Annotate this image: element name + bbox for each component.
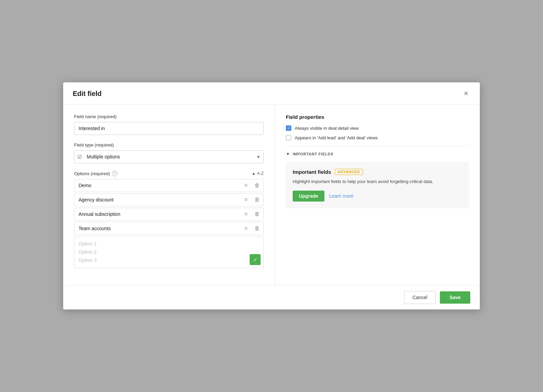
checkbox2-label: Appears in 'Add lead' and 'Add deal' vie…	[295, 135, 378, 140]
confirm-add-button[interactable]: ✓	[250, 254, 261, 265]
field-type-select[interactable]: Multiple options	[74, 150, 264, 163]
checkbox-row-1[interactable]: ✓ Always visible in deal detail view	[286, 125, 469, 131]
checkbox-add-lead[interactable]	[286, 135, 291, 140]
option-row-1: ≡ 🗑	[74, 179, 264, 192]
field-type-group: Field type (required) ☑ Multiple options…	[74, 142, 264, 163]
modal-footer: Cancel Save	[63, 285, 480, 310]
close-button[interactable]: ×	[462, 89, 470, 98]
field-type-select-wrapper: ☑ Multiple options ▾	[74, 150, 264, 163]
add-option-placeholder: Option 1 Option 2 Option 3	[79, 240, 259, 264]
sort-up-icon: ▲	[252, 171, 256, 176]
checkbox-always-visible[interactable]: ✓	[286, 125, 291, 131]
right-panel: Field properties ✓ Always visible in dea…	[275, 104, 480, 285]
important-fields-description: Highlight important fields to help your …	[293, 178, 462, 185]
edit-field-modal: Edit field × Field name (required) Field…	[63, 82, 480, 309]
sort-label: A-Z	[257, 171, 264, 176]
drag-handle-icon-2[interactable]: ≡	[241, 197, 251, 203]
checkbox-icon: ☑	[78, 154, 82, 159]
advanced-badge: ADVANCED	[335, 169, 363, 175]
learn-more-button[interactable]: Learn more	[329, 193, 354, 199]
modal-header: Edit field ×	[63, 82, 480, 104]
field-name-label: Field name (required)	[74, 114, 264, 119]
upgrade-button[interactable]: Upgrade	[293, 191, 324, 201]
placeholder-line-3: Option 3	[79, 256, 259, 265]
important-fields-section-title: IMPORTANT FIELDS	[293, 152, 334, 156]
options-label-row: Options (required) ?	[74, 171, 117, 176]
important-fields-header[interactable]: ▼ IMPORTANT FIELDS	[286, 152, 469, 156]
options-label-text: Options (required)	[74, 171, 110, 176]
option-row-2: ≡ 🗑	[74, 193, 264, 206]
options-group: Options (required) ? ▲ A-Z ≡ 🗑	[74, 171, 264, 268]
if-actions: Upgrade Learn more	[293, 191, 462, 201]
option-input-1[interactable]	[74, 179, 241, 192]
drag-handle-icon-3[interactable]: ≡	[241, 211, 251, 217]
sort-az-button[interactable]: ▲ A-Z	[252, 171, 264, 176]
option-row-4: ≡ 🗑	[74, 222, 264, 235]
field-type-label: Field type (required)	[74, 142, 264, 148]
option-row-3: ≡ 🗑	[74, 208, 264, 221]
checkbox1-label: Always visible in deal detail view	[295, 126, 359, 131]
option-input-2[interactable]	[74, 194, 241, 206]
if-header: Important fields ADVANCED	[293, 169, 462, 175]
modal-title: Edit field	[73, 90, 101, 98]
left-panel: Field name (required) Field type (requir…	[63, 104, 275, 285]
field-name-group: Field name (required)	[74, 114, 264, 135]
checkmark-icon: ✓	[287, 126, 290, 130]
delete-option-2-button[interactable]: 🗑	[251, 194, 263, 206]
checkbox-row-2[interactable]: Appears in 'Add lead' and 'Add deal' vie…	[286, 135, 469, 140]
save-button[interactable]: Save	[440, 292, 470, 304]
collapse-arrow-icon: ▼	[286, 152, 290, 156]
cancel-button[interactable]: Cancel	[404, 291, 436, 304]
delete-option-3-button[interactable]: 🗑	[251, 208, 263, 220]
modal-body: Field name (required) Field type (requir…	[63, 104, 480, 285]
help-icon[interactable]: ?	[112, 171, 117, 176]
option-input-4[interactable]	[74, 222, 241, 235]
add-option-area[interactable]: Option 1 Option 2 Option 3 ✓	[74, 236, 264, 268]
delete-option-1-button[interactable]: 🗑	[251, 180, 263, 191]
options-header: Options (required) ? ▲ A-Z	[74, 171, 264, 176]
field-name-input[interactable]	[74, 122, 264, 135]
field-properties-title: Field properties	[286, 114, 469, 120]
important-fields-box: Important fields ADVANCED Highlight impo…	[286, 162, 469, 208]
drag-handle-icon[interactable]: ≡	[241, 182, 251, 188]
important-fields-title: Important fields	[293, 169, 331, 175]
option-input-3[interactable]	[74, 208, 241, 220]
placeholder-line-1: Option 1	[79, 240, 259, 248]
drag-handle-icon-4[interactable]: ≡	[241, 225, 251, 232]
delete-option-4-button[interactable]: 🗑	[251, 223, 263, 234]
placeholder-line-2: Option 2	[79, 248, 259, 256]
section-divider	[286, 146, 469, 146]
